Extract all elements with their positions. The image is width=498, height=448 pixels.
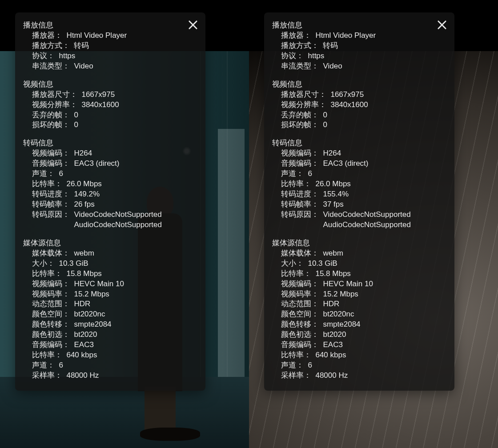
info-row: 比特率640 kbps xyxy=(23,350,197,360)
info-label: 转码帧率 xyxy=(32,200,74,210)
info-value: VideoCodecNotSupported xyxy=(74,210,161,220)
info-value: 6 xyxy=(59,169,63,179)
info-value: 26.0 Mbps xyxy=(315,179,350,189)
info-value: 15.2 Mbps xyxy=(323,289,358,300)
info-value: EAC3 (direct) xyxy=(323,159,368,169)
info-value: HEVC Main 10 xyxy=(323,279,373,289)
section-title: 播放信息 xyxy=(272,20,446,31)
info-label: 串流类型 xyxy=(281,61,323,72)
close-icon[interactable] xyxy=(436,19,448,31)
info-value: EAC3 xyxy=(323,340,342,350)
info-value: 26 fps xyxy=(74,200,94,210)
info-label: 音频编码 xyxy=(32,340,74,350)
info-label: 颜色转移 xyxy=(32,320,74,330)
info-row: 媒体载体webm xyxy=(23,248,197,259)
info-row: 声道6 xyxy=(272,360,446,371)
info-label: 丢弃的帧 xyxy=(32,110,74,120)
info-value: 48000 Hz xyxy=(315,371,348,381)
close-icon[interactable] xyxy=(187,19,199,31)
info-label: 比特率 xyxy=(32,179,66,189)
info-value: 0 xyxy=(74,120,78,130)
info-row: 颜色空间bt2020nc xyxy=(23,309,197,320)
info-label: 颜色空间 xyxy=(32,309,74,320)
info-row: 音频编码EAC3 (direct) xyxy=(23,159,197,169)
info-row: 播放方式转码 xyxy=(272,41,446,51)
info-row: 视频编码H264 xyxy=(272,148,446,159)
info-row: 动态范围HDR xyxy=(23,299,197,309)
info-section: 媒体源信息媒体载体webm大小10.3 GiB比特率15.8 Mbps视频编码H… xyxy=(272,238,446,381)
info-row: 动态范围HDR xyxy=(272,299,446,309)
info-value: VideoCodecNotSupported xyxy=(323,210,410,220)
info-value: EAC3 (direct) xyxy=(74,159,119,169)
info-label: 颜色初选 xyxy=(281,330,323,340)
info-value: 3840x1600 xyxy=(330,100,368,110)
info-row: 视频分辨率3840x1600 xyxy=(272,100,446,110)
info-row: 转码进度155.4% xyxy=(272,189,446,200)
info-label: 播放方式 xyxy=(281,41,323,51)
info-label: 动态范围 xyxy=(32,299,74,309)
section-title: 转码信息 xyxy=(23,138,197,148)
info-label: 串流类型 xyxy=(32,61,74,72)
info-label: 音频编码 xyxy=(32,159,74,169)
info-value: smpte2084 xyxy=(323,320,360,330)
info-row: 播放器Html Video Player xyxy=(272,31,446,41)
playback-info-panel: 播放信息播放器Html Video Player播放方式转码协议https串流类… xyxy=(15,12,205,391)
info-row: 声道6 xyxy=(272,169,446,179)
info-label: 音频编码 xyxy=(281,159,323,169)
info-row: 转码帧率37 fps xyxy=(272,200,446,210)
info-row: 串流类型Video xyxy=(272,61,446,72)
info-row: 丢弃的帧0 xyxy=(272,110,446,120)
info-label: 动态范围 xyxy=(281,299,323,309)
info-label: 转码原因 xyxy=(281,210,323,220)
info-value: AudioCodecNotSupported xyxy=(323,220,411,230)
info-row: 转码进度149.2% xyxy=(23,189,197,200)
info-row: 视频编码H264 xyxy=(23,148,197,159)
info-label: 比特率 xyxy=(281,350,315,360)
info-row: 声道6 xyxy=(23,169,197,179)
info-value: H264 xyxy=(323,148,341,159)
info-value: HEVC Main 10 xyxy=(74,279,124,289)
info-row: 视频分辨率3840x1600 xyxy=(23,100,197,110)
info-value: Html Video Player xyxy=(315,31,376,41)
info-row: 转码原因VideoCodecNotSupported xyxy=(272,210,446,220)
info-row: 颜色空间bt2020nc xyxy=(272,309,446,320)
info-label: 损坏的帧 xyxy=(32,120,74,130)
info-value: 15.8 Mbps xyxy=(66,269,101,279)
info-value: https xyxy=(59,51,75,61)
info-label: 视频编码 xyxy=(32,279,74,289)
info-row: 播放方式转码 xyxy=(23,41,197,51)
info-row: 比特率26.0 Mbps xyxy=(23,179,197,189)
info-value: 10.3 GiB xyxy=(59,259,88,269)
info-row: 采样率48000 Hz xyxy=(272,371,446,381)
info-label: 视频编码 xyxy=(32,148,74,159)
info-row: 转码帧率26 fps xyxy=(23,200,197,210)
info-row: 音频编码EAC3 xyxy=(272,340,446,350)
info-row: 音频编码EAC3 xyxy=(23,340,197,350)
info-row: 音频编码EAC3 (direct) xyxy=(272,159,446,169)
info-row: 播放器尺寸1667x975 xyxy=(272,90,446,100)
info-value: H264 xyxy=(74,148,92,159)
info-row: 比特率26.0 Mbps xyxy=(272,179,446,189)
info-section: 播放信息播放器Html Video Player播放方式转码协议https串流类… xyxy=(23,20,197,72)
info-label: 视频分辨率 xyxy=(32,100,81,110)
info-value: 6 xyxy=(308,360,312,371)
info-label: 颜色转移 xyxy=(281,320,323,330)
info-row: 比特率15.8 Mbps xyxy=(23,269,197,279)
info-value: 10.3 GiB xyxy=(308,259,337,269)
info-row: 大小10.3 GiB xyxy=(272,259,446,269)
info-section: 视频信息播放器尺寸1667x975视频分辨率3840x1600丢弃的帧0损坏的帧… xyxy=(272,80,446,131)
info-row: 损坏的帧0 xyxy=(23,120,197,130)
info-section: 播放信息播放器Html Video Player播放方式转码协议https串流类… xyxy=(272,20,446,72)
info-value: bt2020nc xyxy=(323,309,354,320)
info-label: 音频编码 xyxy=(281,340,323,350)
info-label: 颜色空间 xyxy=(281,309,323,320)
info-label: 视频编码 xyxy=(281,148,323,159)
info-row: 串流类型Video xyxy=(23,61,197,72)
info-value: 6 xyxy=(59,360,63,371)
info-row: 颜色初选bt2020 xyxy=(23,330,197,340)
info-row: 播放器Html Video Player xyxy=(23,31,197,41)
info-label: 损坏的帧 xyxy=(281,120,323,130)
info-row: 视频码率15.2 Mbps xyxy=(23,289,197,300)
info-label: 采样率 xyxy=(32,371,66,381)
info-value: 转码 xyxy=(323,41,338,51)
